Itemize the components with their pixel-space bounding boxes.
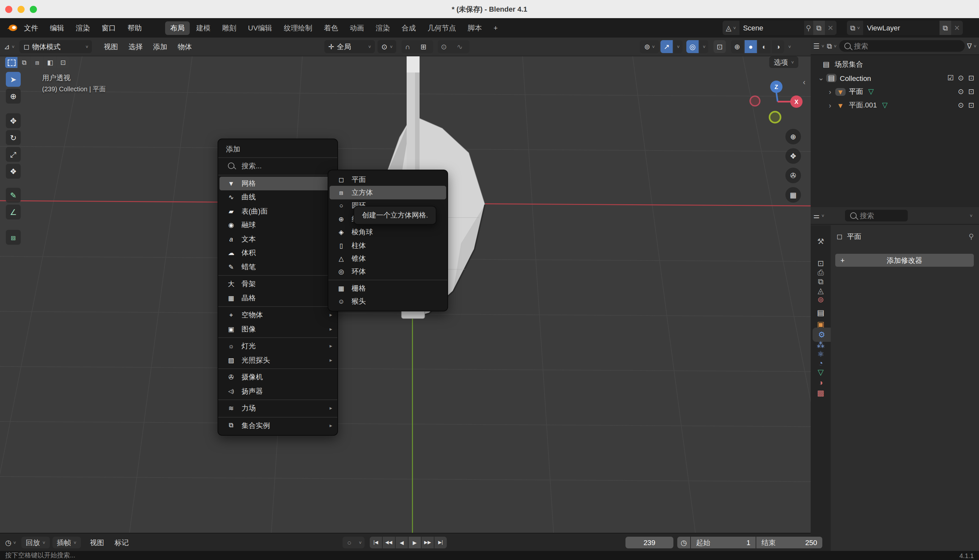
- viewlayer-remove-button[interactable]: ✕: [951, 21, 963, 35]
- proportional-edit-toggle[interactable]: ⊙: [438, 40, 450, 53]
- add-menu-item-image[interactable]: ▣ 图像 ▸: [218, 322, 337, 336]
- keying-dropdown[interactable]: 插帧˅: [52, 537, 81, 548]
- add-menu-item-empty[interactable]: ⌖ 空物体 ▸: [218, 308, 337, 322]
- viewlayer-copy-button[interactable]: ⧉: [939, 21, 951, 35]
- workspace-tab-rendering[interactable]: 渲染: [371, 21, 395, 35]
- select-set-mode-button[interactable]: [5, 57, 17, 68]
- shading-rendered-button[interactable]: ◑: [772, 40, 784, 53]
- viewport-menu-select[interactable]: 选择: [123, 42, 148, 52]
- select-extend-mode-button[interactable]: ⧉: [18, 57, 30, 68]
- current-frame-field[interactable]: 239: [625, 537, 674, 548]
- overlays-toggle[interactable]: ◎: [686, 40, 699, 53]
- tab-texture[interactable]: ▩: [811, 386, 831, 400]
- menu-window[interactable]: 窗口: [96, 23, 122, 33]
- submenu-item-cylinder[interactable]: ▯ 柱体: [328, 239, 447, 252]
- add-menu-item-force-field[interactable]: ≋ 力场 ▸: [218, 402, 337, 415]
- add-menu-item-light[interactable]: ☼ 灯光 ▸: [218, 339, 337, 353]
- viewport-menu-object[interactable]: 物体: [173, 42, 197, 52]
- properties-editor-type-button[interactable]: ⚌ ˅: [813, 212, 824, 220]
- scene-browse-button[interactable]: ◬ ˅: [722, 23, 739, 32]
- play-button[interactable]: ▶: [409, 537, 421, 548]
- scene-name-field[interactable]: Scene: [739, 21, 804, 35]
- outliner-editor-type-button[interactable]: ☰ ˅: [813, 42, 824, 50]
- viewlayer-name-field[interactable]: ViewLayer: [863, 21, 939, 35]
- add-menu-item-text[interactable]: a 文本: [218, 232, 337, 246]
- submenu-item-grid[interactable]: ▦ 栅格: [328, 282, 447, 295]
- overlays-dropdown[interactable]: ˅: [700, 40, 708, 53]
- submenu-item-ico-sphere[interactable]: ◈ 棱角球: [328, 226, 447, 239]
- viewport-menu-add[interactable]: 添加: [148, 42, 173, 52]
- tool-select-box[interactable]: ➤: [6, 72, 21, 87]
- menu-render[interactable]: 渲染: [70, 23, 96, 33]
- pivot-dropdown[interactable]: ⊙ ˅: [377, 40, 397, 53]
- outliner-row-plane[interactable]: › ▼ 平面 ▽ ⊙ ⊡: [811, 85, 979, 98]
- add-menu-item-surface[interactable]: ▰ 表(曲)面 ▸: [218, 204, 337, 218]
- shading-wireframe-button[interactable]: ⊕: [731, 40, 743, 53]
- zoom-nav-button[interactable]: ⊕: [786, 129, 801, 144]
- workspace-tab-animation[interactable]: 动画: [345, 21, 369, 35]
- disable-render-camera-icon[interactable]: ⊡: [966, 87, 976, 96]
- expand-chevron-icon[interactable]: ⌄: [816, 74, 826, 82]
- workspace-tab-uv[interactable]: UV编辑: [243, 21, 277, 35]
- play-reverse-button[interactable]: ◀: [395, 537, 408, 548]
- pin-icon[interactable]: ⚲: [969, 232, 974, 241]
- tool-add-cube[interactable]: ⧈: [6, 230, 21, 245]
- hide-viewport-eye-icon[interactable]: ⊙: [956, 74, 966, 82]
- visibility-dropdown[interactable]: ⊚˅: [640, 40, 659, 53]
- workspace-tab-modeling[interactable]: 建模: [191, 21, 216, 35]
- add-menu-item-camera[interactable]: ✇ 摄像机: [218, 370, 337, 384]
- add-menu-item-metaball[interactable]: ◉ 融球 ▸: [218, 218, 337, 232]
- outliner-row-scene-collection[interactable]: ▤ 场景集合: [811, 58, 979, 71]
- workspace-tab-shading[interactable]: 着色: [319, 21, 344, 35]
- shading-dropdown[interactable]: ˅: [786, 40, 794, 53]
- add-menu-item-collection-instance[interactable]: ⧉ 集合实例 ▸: [218, 418, 337, 432]
- pan-nav-button[interactable]: ✥: [786, 148, 801, 164]
- next-keyframe-button[interactable]: ▶▶: [422, 537, 434, 548]
- select-intersect-mode-button[interactable]: ⊡: [57, 57, 69, 68]
- submenu-item-plane[interactable]: ◻ 平面: [328, 173, 447, 186]
- menu-edit[interactable]: 编辑: [44, 23, 70, 33]
- add-menu-search[interactable]: 搜索...: [218, 159, 337, 173]
- falloff-dropdown[interactable]: ∿: [450, 40, 469, 53]
- workspace-tab-sculpting[interactable]: 雕刻: [217, 21, 242, 35]
- disable-render-camera-icon[interactable]: ⊡: [966, 74, 976, 82]
- add-menu-item-grease-pencil[interactable]: ✎ 蜡笔 ▸: [218, 260, 337, 274]
- pin-icon[interactable]: ⚲: [804, 23, 813, 32]
- add-menu-item-curve[interactable]: ∿ 曲线 ▸: [218, 190, 337, 204]
- outliner-search-input[interactable]: 搜索: [839, 40, 964, 52]
- add-menu-item-mesh[interactable]: ▼ 网格 ▸: [220, 177, 336, 190]
- shading-material-button[interactable]: ◐: [758, 40, 771, 53]
- exclude-checkbox[interactable]: ☑: [945, 74, 956, 82]
- mode-dropdown[interactable]: ◻ 物体模式 ˅: [20, 40, 92, 53]
- disable-render-camera-icon[interactable]: ⊡: [966, 101, 976, 109]
- gizmo-toggle[interactable]: ↗: [660, 40, 673, 53]
- auto-keying-dropdown[interactable]: ˅: [356, 537, 365, 548]
- select-invert-mode-button[interactable]: ◧: [44, 57, 56, 68]
- submenu-item-cube[interactable]: ⧈ 立方体: [330, 186, 446, 199]
- tool-measure[interactable]: ∠: [6, 205, 21, 220]
- properties-search-input[interactable]: 搜索: [845, 210, 908, 222]
- viewlayer-browse-button[interactable]: ⧉ ˅: [847, 23, 863, 32]
- outliner-row-plane-001[interactable]: › ▼ 平面.001 ▽ ⊙ ⊡: [811, 98, 979, 112]
- playback-dropdown[interactable]: 回放˅: [21, 537, 50, 548]
- outliner-row-collection[interactable]: ⌄ ▤ Collection ☑ ⊙ ⊡: [811, 71, 979, 85]
- menu-help[interactable]: 帮助: [122, 23, 148, 33]
- orientation-dropdown[interactable]: ✛ 全局 ˅: [324, 40, 375, 53]
- workspace-tab-compositing[interactable]: 合成: [397, 21, 421, 35]
- add-menu-item-volume[interactable]: ☁ 体积 ▸: [218, 246, 337, 260]
- outliner-display-mode-button[interactable]: ⧉ ˅: [827, 42, 837, 50]
- tool-options-dropdown[interactable]: 选项 ˅: [769, 56, 798, 68]
- ortho-toggle-button[interactable]: ▦: [786, 187, 801, 203]
- shading-solid-button[interactable]: ●: [745, 40, 757, 53]
- gizmo-dropdown[interactable]: ˅: [674, 40, 682, 53]
- add-menu-item-speaker[interactable]: ◁) 扬声器: [218, 384, 337, 398]
- tool-move[interactable]: ✥: [6, 113, 21, 128]
- tool-transform[interactable]: ❖: [6, 164, 21, 179]
- tab-world[interactable]: ⊚: [811, 293, 831, 307]
- add-menu-item-lattice[interactable]: ▦ 晶格: [218, 291, 337, 305]
- previous-keyframe-button[interactable]: ◀◀: [383, 537, 395, 548]
- auto-keying-toggle[interactable]: ○: [342, 537, 356, 548]
- add-menu-item-light-probe[interactable]: ▨ 光照探头 ▸: [218, 353, 337, 367]
- timeline-menu-view[interactable]: 视图: [85, 538, 109, 547]
- tool-annotate[interactable]: ✎: [6, 188, 21, 203]
